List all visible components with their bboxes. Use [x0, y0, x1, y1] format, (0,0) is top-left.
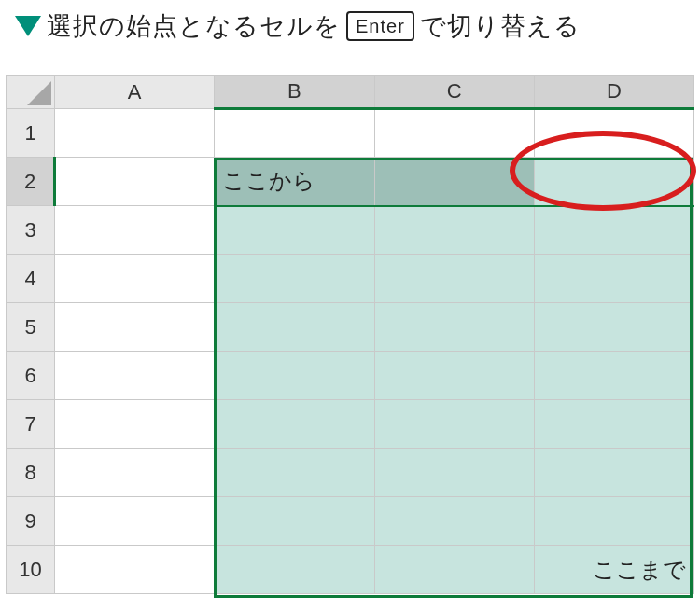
- cell-b4[interactable]: [215, 255, 374, 303]
- cell-d3[interactable]: [534, 206, 693, 255]
- cell-b3[interactable]: [215, 206, 374, 255]
- triangle-icon: [15, 16, 41, 36]
- col-header-b[interactable]: B: [215, 76, 374, 109]
- cell-d7[interactable]: [534, 400, 693, 449]
- cell-b8[interactable]: [215, 449, 374, 497]
- cell-b2[interactable]: ここから: [215, 158, 374, 206]
- cell-d2-active[interactable]: [534, 158, 693, 206]
- cell-b6[interactable]: [215, 352, 374, 400]
- cell-d9[interactable]: [534, 497, 693, 546]
- cell-d8[interactable]: [534, 449, 693, 497]
- row-header-7[interactable]: 7: [7, 400, 55, 449]
- caption: 選択の始点となるセルを Enter で切り替える: [15, 9, 581, 43]
- select-all-corner[interactable]: [7, 76, 55, 109]
- row-header-8[interactable]: 8: [7, 449, 55, 497]
- cell-b7[interactable]: [215, 400, 374, 449]
- cell-b5[interactable]: [215, 303, 374, 352]
- col-header-c[interactable]: C: [374, 76, 534, 109]
- cell-a9[interactable]: [55, 497, 215, 546]
- cell-a3[interactable]: [55, 206, 215, 255]
- col-header-d[interactable]: D: [534, 76, 693, 109]
- cell-c1[interactable]: [374, 109, 534, 158]
- row-header-9[interactable]: 9: [7, 497, 55, 546]
- row-header-4[interactable]: 4: [7, 255, 55, 303]
- row-header-10[interactable]: 10: [7, 546, 55, 594]
- cell-c8[interactable]: [374, 449, 534, 497]
- cell-d1[interactable]: [534, 109, 693, 158]
- caption-text: 選択の始点となるセルを Enter で切り替える: [47, 9, 581, 43]
- cell-c7[interactable]: [374, 400, 534, 449]
- cell-a6[interactable]: [55, 352, 215, 400]
- cell-b10[interactable]: [215, 546, 374, 594]
- enter-keycap: Enter: [346, 11, 414, 41]
- cell-d4[interactable]: [534, 255, 693, 303]
- cell-a4[interactable]: [55, 255, 215, 303]
- row-header-2[interactable]: 2: [7, 158, 55, 206]
- row-header-6[interactable]: 6: [7, 352, 55, 400]
- col-header-a[interactable]: A: [55, 76, 215, 109]
- cell-c6[interactable]: [374, 352, 534, 400]
- row-header-3[interactable]: 3: [7, 206, 55, 255]
- cell-b9[interactable]: [215, 497, 374, 546]
- row-header-1[interactable]: 1: [7, 109, 55, 158]
- cell-c5[interactable]: [374, 303, 534, 352]
- cell-c10[interactable]: [374, 546, 534, 594]
- cell-c9[interactable]: [374, 497, 534, 546]
- cell-a10[interactable]: [55, 546, 215, 594]
- row-header-5[interactable]: 5: [7, 303, 55, 352]
- cell-c3[interactable]: [374, 206, 534, 255]
- cell-d10[interactable]: ここまで: [534, 546, 693, 594]
- cell-a8[interactable]: [55, 449, 215, 497]
- spreadsheet[interactable]: A B C D 1 2 ここから 3: [6, 75, 694, 604]
- cell-c4[interactable]: [374, 255, 534, 303]
- cell-c2[interactable]: [374, 158, 534, 206]
- cell-b1[interactable]: [215, 109, 374, 158]
- cell-a1[interactable]: [55, 109, 215, 158]
- cell-a7[interactable]: [55, 400, 215, 449]
- cell-d5[interactable]: [534, 303, 693, 352]
- caption-after: で切り替える: [420, 9, 581, 43]
- grid[interactable]: A B C D 1 2 ここから 3: [6, 75, 694, 594]
- cell-d6[interactable]: [534, 352, 693, 400]
- cell-a5[interactable]: [55, 303, 215, 352]
- cell-a2[interactable]: [55, 158, 215, 206]
- caption-before: 選択の始点となるセルを: [47, 9, 341, 43]
